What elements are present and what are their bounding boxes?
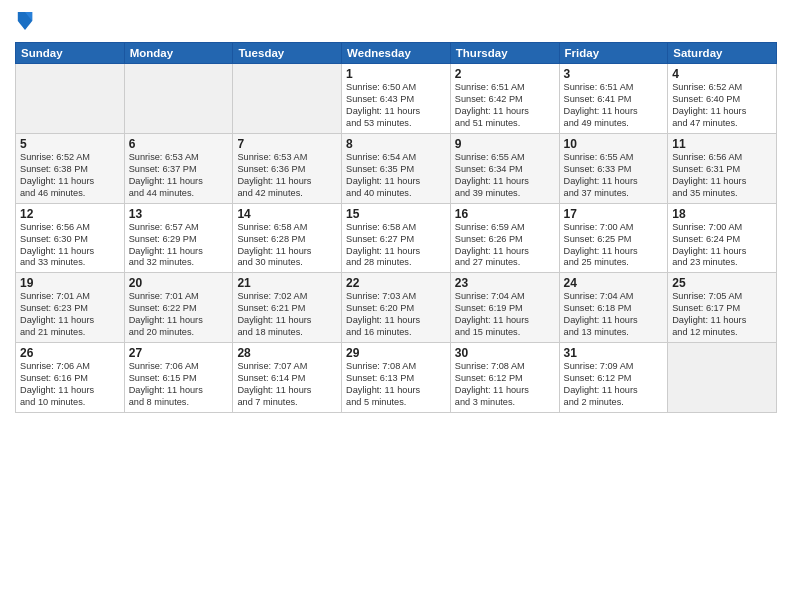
day-info: Sunset: 6:25 PM bbox=[564, 234, 664, 246]
calendar-day-11: 11Sunrise: 6:56 AMSunset: 6:31 PMDayligh… bbox=[668, 133, 777, 203]
day-info: Sunrise: 7:02 AM bbox=[237, 291, 337, 303]
day-info: and 32 minutes. bbox=[129, 257, 229, 269]
header bbox=[15, 10, 777, 36]
day-info: and 49 minutes. bbox=[564, 118, 664, 130]
calendar-week-row: 26Sunrise: 7:06 AMSunset: 6:16 PMDayligh… bbox=[16, 343, 777, 413]
day-info: Sunset: 6:12 PM bbox=[455, 373, 555, 385]
day-info: Sunset: 6:22 PM bbox=[129, 303, 229, 315]
day-number: 10 bbox=[564, 137, 664, 151]
day-info: Sunrise: 6:59 AM bbox=[455, 222, 555, 234]
day-header-tuesday: Tuesday bbox=[233, 43, 342, 64]
calendar-day-27: 27Sunrise: 7:06 AMSunset: 6:15 PMDayligh… bbox=[124, 343, 233, 413]
day-info: Sunset: 6:31 PM bbox=[672, 164, 772, 176]
day-info: Sunset: 6:24 PM bbox=[672, 234, 772, 246]
day-info: Sunrise: 7:01 AM bbox=[129, 291, 229, 303]
day-info: Sunrise: 7:01 AM bbox=[20, 291, 120, 303]
day-info: Sunset: 6:17 PM bbox=[672, 303, 772, 315]
day-number: 18 bbox=[672, 207, 772, 221]
day-info: and 7 minutes. bbox=[237, 397, 337, 409]
day-info: Daylight: 11 hours bbox=[455, 176, 555, 188]
day-info: Daylight: 11 hours bbox=[672, 315, 772, 327]
day-number: 14 bbox=[237, 207, 337, 221]
empty-cell bbox=[124, 64, 233, 134]
day-info: and 8 minutes. bbox=[129, 397, 229, 409]
day-info: Sunset: 6:13 PM bbox=[346, 373, 446, 385]
day-info: and 3 minutes. bbox=[455, 397, 555, 409]
day-info: Sunrise: 6:56 AM bbox=[20, 222, 120, 234]
calendar-day-5: 5Sunrise: 6:52 AMSunset: 6:38 PMDaylight… bbox=[16, 133, 125, 203]
day-info: Daylight: 11 hours bbox=[346, 176, 446, 188]
day-info: Daylight: 11 hours bbox=[20, 315, 120, 327]
calendar-day-19: 19Sunrise: 7:01 AMSunset: 6:23 PMDayligh… bbox=[16, 273, 125, 343]
calendar-day-31: 31Sunrise: 7:09 AMSunset: 6:12 PMDayligh… bbox=[559, 343, 668, 413]
day-info: and 44 minutes. bbox=[129, 188, 229, 200]
calendar-week-row: 5Sunrise: 6:52 AMSunset: 6:38 PMDaylight… bbox=[16, 133, 777, 203]
day-info: Sunrise: 6:51 AM bbox=[564, 82, 664, 94]
day-number: 8 bbox=[346, 137, 446, 151]
calendar-day-18: 18Sunrise: 7:00 AMSunset: 6:24 PMDayligh… bbox=[668, 203, 777, 273]
day-info: Daylight: 11 hours bbox=[564, 315, 664, 327]
empty-cell bbox=[16, 64, 125, 134]
day-info: Daylight: 11 hours bbox=[237, 315, 337, 327]
day-info: Sunset: 6:21 PM bbox=[237, 303, 337, 315]
day-info: Sunset: 6:23 PM bbox=[20, 303, 120, 315]
day-info: and 20 minutes. bbox=[129, 327, 229, 339]
day-number: 17 bbox=[564, 207, 664, 221]
calendar-week-row: 12Sunrise: 6:56 AMSunset: 6:30 PMDayligh… bbox=[16, 203, 777, 273]
day-info: Daylight: 11 hours bbox=[237, 385, 337, 397]
day-info: Daylight: 11 hours bbox=[129, 176, 229, 188]
calendar-day-29: 29Sunrise: 7:08 AMSunset: 6:13 PMDayligh… bbox=[342, 343, 451, 413]
day-info: Sunset: 6:15 PM bbox=[129, 373, 229, 385]
day-info: Sunrise: 7:08 AM bbox=[346, 361, 446, 373]
day-number: 15 bbox=[346, 207, 446, 221]
day-info: and 30 minutes. bbox=[237, 257, 337, 269]
day-info: and 42 minutes. bbox=[237, 188, 337, 200]
day-info: Daylight: 11 hours bbox=[20, 246, 120, 258]
day-info: Daylight: 11 hours bbox=[346, 246, 446, 258]
day-number: 7 bbox=[237, 137, 337, 151]
day-number: 20 bbox=[129, 276, 229, 290]
day-info: and 27 minutes. bbox=[455, 257, 555, 269]
day-info: and 12 minutes. bbox=[672, 327, 772, 339]
day-number: 6 bbox=[129, 137, 229, 151]
day-info: Sunrise: 6:56 AM bbox=[672, 152, 772, 164]
day-info: and 51 minutes. bbox=[455, 118, 555, 130]
day-info: Daylight: 11 hours bbox=[346, 106, 446, 118]
calendar-header-row: SundayMondayTuesdayWednesdayThursdayFrid… bbox=[16, 43, 777, 64]
calendar-day-14: 14Sunrise: 6:58 AMSunset: 6:28 PMDayligh… bbox=[233, 203, 342, 273]
day-info: Sunset: 6:36 PM bbox=[237, 164, 337, 176]
calendar-day-26: 26Sunrise: 7:06 AMSunset: 6:16 PMDayligh… bbox=[16, 343, 125, 413]
calendar-day-13: 13Sunrise: 6:57 AMSunset: 6:29 PMDayligh… bbox=[124, 203, 233, 273]
day-info: and 37 minutes. bbox=[564, 188, 664, 200]
day-info: Daylight: 11 hours bbox=[564, 176, 664, 188]
day-info: and 18 minutes. bbox=[237, 327, 337, 339]
day-info: Daylight: 11 hours bbox=[564, 106, 664, 118]
calendar-day-4: 4Sunrise: 6:52 AMSunset: 6:40 PMDaylight… bbox=[668, 64, 777, 134]
day-info: Sunset: 6:27 PM bbox=[346, 234, 446, 246]
day-info: Sunset: 6:41 PM bbox=[564, 94, 664, 106]
day-info: Sunrise: 7:04 AM bbox=[564, 291, 664, 303]
day-number: 30 bbox=[455, 346, 555, 360]
day-info: Sunrise: 6:52 AM bbox=[20, 152, 120, 164]
day-info: Sunset: 6:43 PM bbox=[346, 94, 446, 106]
day-info: Sunset: 6:33 PM bbox=[564, 164, 664, 176]
day-info: Sunset: 6:35 PM bbox=[346, 164, 446, 176]
day-info: and 10 minutes. bbox=[20, 397, 120, 409]
day-info: Sunrise: 6:55 AM bbox=[564, 152, 664, 164]
day-number: 16 bbox=[455, 207, 555, 221]
day-info: and 28 minutes. bbox=[346, 257, 446, 269]
day-header-saturday: Saturday bbox=[668, 43, 777, 64]
day-info: Sunset: 6:42 PM bbox=[455, 94, 555, 106]
day-info: Sunrise: 6:57 AM bbox=[129, 222, 229, 234]
day-info: Sunrise: 7:06 AM bbox=[20, 361, 120, 373]
day-info: Sunset: 6:40 PM bbox=[672, 94, 772, 106]
day-info: and 15 minutes. bbox=[455, 327, 555, 339]
calendar-day-9: 9Sunrise: 6:55 AMSunset: 6:34 PMDaylight… bbox=[450, 133, 559, 203]
day-info: Sunrise: 6:54 AM bbox=[346, 152, 446, 164]
calendar-day-28: 28Sunrise: 7:07 AMSunset: 6:14 PMDayligh… bbox=[233, 343, 342, 413]
day-info: Sunrise: 6:50 AM bbox=[346, 82, 446, 94]
day-info: Sunset: 6:18 PM bbox=[564, 303, 664, 315]
day-number: 28 bbox=[237, 346, 337, 360]
day-info: Sunrise: 7:04 AM bbox=[455, 291, 555, 303]
day-info: Sunrise: 6:53 AM bbox=[237, 152, 337, 164]
